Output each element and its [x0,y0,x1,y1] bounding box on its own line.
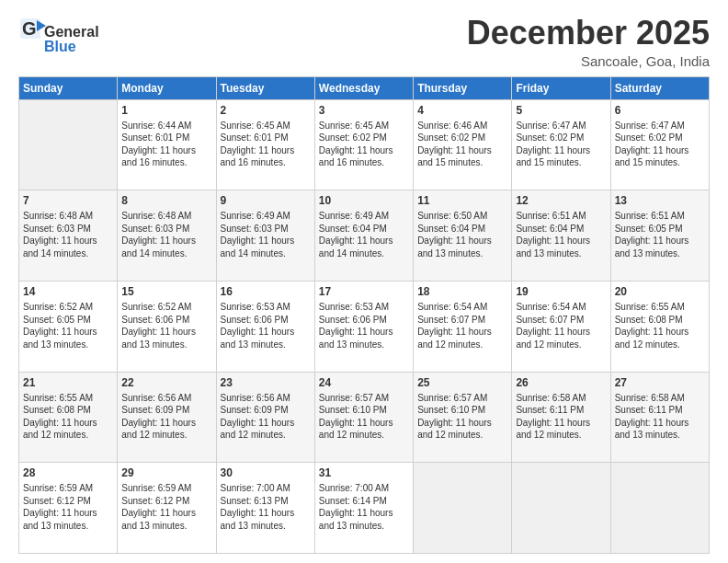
cell-text: Daylight: 11 hours [221,507,311,520]
cell-text: Sunrise: 6:46 AM [417,120,507,132]
cell-text: and 12 minutes. [417,429,507,442]
cell-text: Sunrise: 6:52 AM [121,301,211,314]
cell-text: Sunset: 6:10 PM [319,404,409,417]
cell-text: Sunrise: 6:53 AM [221,301,311,314]
cell-text: Sunset: 6:09 PM [121,404,211,417]
cell-text: and 14 minutes. [23,247,113,260]
cell-text: Sunrise: 7:00 AM [221,482,311,495]
cell-text: and 16 minutes. [319,156,409,169]
calendar-cell: 20Sunrise: 6:55 AMSunset: 6:08 PMDayligh… [610,281,709,372]
cell-text: Daylight: 11 hours [417,326,507,339]
calendar-cell: 30Sunrise: 7:00 AMSunset: 6:13 PMDayligh… [216,463,314,554]
cell-text: Daylight: 11 hours [121,144,211,157]
day-number: 9 [221,193,311,208]
calendar-cell: 2Sunrise: 6:45 AMSunset: 6:01 PMDaylight… [216,99,314,190]
calendar-cell: 21Sunrise: 6:55 AMSunset: 6:08 PMDayligh… [19,372,118,463]
cell-text: Sunset: 6:07 PM [516,314,606,327]
cell-text: Sunset: 6:11 PM [615,404,705,417]
day-number: 24 [319,375,409,390]
day-number: 19 [516,284,606,299]
calendar-header-row: SundayMondayTuesdayWednesdayThursdayFrid… [19,76,710,99]
day-number: 28 [23,465,113,480]
calendar-cell: 16Sunrise: 6:53 AMSunset: 6:06 PMDayligh… [216,281,314,372]
cell-text: Daylight: 11 hours [615,144,705,157]
cell-text: Sunrise: 6:53 AM [319,301,409,314]
calendar-cell: 18Sunrise: 6:54 AMSunset: 6:07 PMDayligh… [414,281,512,372]
day-number: 14 [23,284,113,299]
calendar-cell: 3Sunrise: 6:45 AMSunset: 6:02 PMDaylight… [314,99,413,190]
cell-text: Sunrise: 6:54 AM [417,301,507,314]
calendar-cell: 22Sunrise: 6:56 AMSunset: 6:09 PMDayligh… [118,372,216,463]
calendar-cell: 13Sunrise: 6:51 AMSunset: 6:05 PMDayligh… [610,190,709,282]
cell-text: Sunset: 6:06 PM [221,314,311,327]
cell-text: Sunrise: 6:48 AM [23,210,113,223]
day-number: 13 [615,193,705,208]
cell-text: Sunset: 6:08 PM [615,314,705,327]
svg-text:Blue: Blue [44,39,76,54]
calendar-week-row: 28Sunrise: 6:59 AMSunset: 6:12 PMDayligh… [19,463,710,554]
calendar-cell [414,463,512,554]
cell-text: Sunset: 6:05 PM [615,223,705,236]
calendar-table: SundayMondayTuesdayWednesdayThursdayFrid… [18,76,710,554]
cell-text: Daylight: 11 hours [221,326,311,339]
calendar-cell: 24Sunrise: 6:57 AMSunset: 6:10 PMDayligh… [314,372,413,463]
cell-text: Sunrise: 6:56 AM [121,392,211,405]
cell-text: Sunset: 6:03 PM [221,223,311,236]
day-number: 17 [319,284,409,299]
cell-text: Daylight: 11 hours [615,326,705,339]
logo-svg: General G Blue [18,15,119,63]
calendar-cell: 14Sunrise: 6:52 AMSunset: 6:05 PMDayligh… [19,281,118,372]
cell-text: Sunrise: 6:51 AM [516,210,606,223]
cell-text: and 13 minutes. [121,520,211,533]
calendar-week-row: 21Sunrise: 6:55 AMSunset: 6:08 PMDayligh… [19,372,710,463]
logo: General G Blue [18,15,119,63]
svg-text:G: G [22,18,37,39]
day-number: 12 [516,193,606,208]
cell-text: Daylight: 11 hours [319,326,409,339]
cell-text: Sunset: 6:02 PM [319,132,409,144]
day-number: 25 [417,375,507,390]
cell-text: and 15 minutes. [417,156,507,169]
cell-text: and 12 minutes. [221,429,311,442]
day-number: 27 [615,375,705,390]
day-number: 29 [121,465,211,480]
cell-text: Sunset: 6:06 PM [121,314,211,327]
cell-text: Sunrise: 6:45 AM [319,120,409,132]
calendar-header-saturday: Saturday [610,76,709,99]
cell-text: Sunrise: 6:58 AM [615,392,705,405]
calendar-cell: 1Sunrise: 6:44 AMSunset: 6:01 PMDaylight… [118,99,216,190]
cell-text: Sunrise: 7:00 AM [319,482,409,495]
day-number: 16 [221,284,311,299]
calendar-cell: 17Sunrise: 6:53 AMSunset: 6:06 PMDayligh… [314,281,413,372]
cell-text: Sunrise: 6:57 AM [417,392,507,405]
cell-text: Daylight: 11 hours [221,144,311,157]
cell-text: Sunrise: 6:58 AM [516,392,606,405]
cell-text: and 13 minutes. [121,339,211,351]
cell-text: Daylight: 11 hours [417,144,507,157]
cell-text: Daylight: 11 hours [516,326,606,339]
cell-text: Sunrise: 6:48 AM [121,210,211,223]
day-number: 22 [121,375,211,390]
cell-text: and 13 minutes. [221,339,311,351]
cell-text: Sunrise: 6:55 AM [23,392,113,405]
calendar-cell: 28Sunrise: 6:59 AMSunset: 6:12 PMDayligh… [19,463,118,554]
cell-text: Sunset: 6:05 PM [23,314,113,327]
cell-text: and 12 minutes. [516,429,606,442]
day-number: 10 [319,193,409,208]
day-number: 5 [516,103,606,118]
svg-text:General: General [44,24,99,40]
calendar-cell: 25Sunrise: 6:57 AMSunset: 6:10 PMDayligh… [414,372,512,463]
cell-text: Daylight: 11 hours [23,326,113,339]
calendar-header-monday: Monday [118,76,216,99]
day-number: 1 [121,103,211,118]
day-number: 3 [319,103,409,118]
cell-text: Sunset: 6:04 PM [319,223,409,236]
cell-text: Daylight: 11 hours [23,235,113,247]
cell-text: Sunset: 6:07 PM [417,314,507,327]
calendar-cell: 9Sunrise: 6:49 AMSunset: 6:03 PMDaylight… [216,190,314,282]
day-number: 26 [516,375,606,390]
calendar-cell: 15Sunrise: 6:52 AMSunset: 6:06 PMDayligh… [118,281,216,372]
calendar-cell: 8Sunrise: 6:48 AMSunset: 6:03 PMDaylight… [118,190,216,282]
cell-text: and 13 minutes. [615,429,705,442]
calendar-header-sunday: Sunday [19,76,118,99]
